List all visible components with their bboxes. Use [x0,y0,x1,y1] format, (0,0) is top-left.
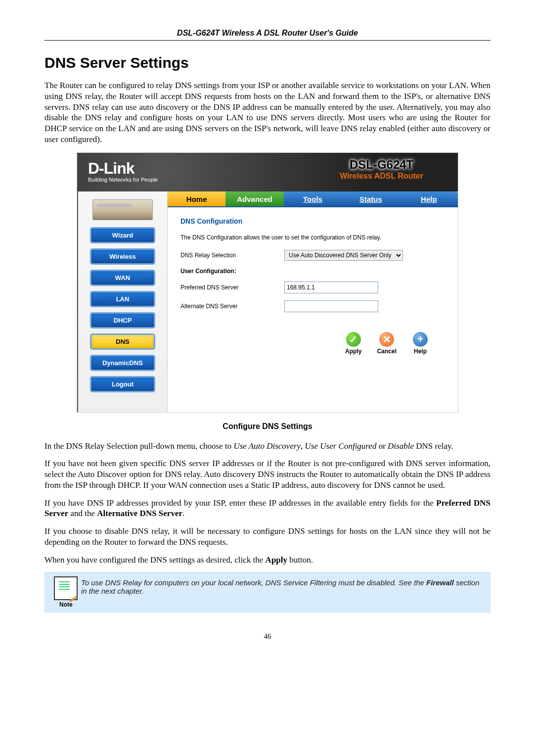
note-icon [54,576,78,600]
p1: In the DNS Relay Selection pull-down men… [44,441,490,452]
check-icon: ✓ [346,332,361,347]
note-callout: Note To use DNS Relay for computers on y… [44,572,490,613]
p5: When you have configured the DNS setting… [44,555,490,566]
p3: If you have DNS IP addresses provided by… [44,498,490,520]
device-model: DSL-G624T [340,158,423,172]
brand-logo: D-Link [88,161,158,176]
router-screenshot: D-Link Building Networks for People DSL-… [77,153,458,412]
pref-dns-label: Preferred DNS Server [180,284,284,291]
cancel-button[interactable]: ✕ Cancel [372,332,401,355]
alt-dns-input[interactable] [284,300,378,312]
device-subtitle: Wireless ADSL Router [340,172,423,181]
brand-tagline: Building Networks for People [88,177,158,183]
tab-home[interactable]: Home [168,191,225,206]
p4: If you choose to disable DNS relay, it w… [44,526,490,548]
plus-icon: + [413,332,428,347]
sidebar-item-wan[interactable]: WAN [90,270,155,286]
relay-select[interactable]: Use Auto Discovered DNS Server Only [284,250,403,261]
sidebar-item-dynamicdns[interactable]: DynamicDNS [90,355,155,371]
apply-label: Apply [345,348,361,355]
sidebar-item-lan[interactable]: LAN [90,291,155,307]
sidebar-item-wizard[interactable]: Wizard [90,227,155,243]
sidebar-item-dns[interactable]: DNS [90,333,155,350]
shot-header: D-Link Building Networks for People DSL-… [77,153,458,191]
note-label: Note [51,601,81,608]
header-rule [44,40,490,41]
pref-dns-input[interactable] [284,282,378,293]
sidebar-item-wireless[interactable]: Wireless [90,248,155,265]
page-title: DNS Server Settings [44,54,490,71]
panel-desc: The DNS Configuration allows the user to… [180,234,445,241]
sidebar-item-dhcp[interactable]: DHCP [90,312,155,329]
page-number: 46 [44,632,490,641]
router-image [92,199,153,220]
tab-help[interactable]: Help [400,191,458,206]
figure-caption: Configure DNS Settings [44,422,490,431]
apply-button[interactable]: ✓ Apply [339,332,368,355]
doc-header: DSL-G624T Wireless A DSL Router User's G… [44,29,490,40]
tab-tools[interactable]: Tools [284,191,342,206]
sidebar-item-logout[interactable]: Logout [90,376,155,392]
panel-title: DNS Configuration [180,217,445,225]
relay-label: DNS Relay Selection [180,252,284,259]
sidebar: Wizard Wireless WAN LAN DHCP DNS Dynamic… [77,191,168,412]
help-label: Help [414,348,427,355]
user-config-label: User Configuration: [180,268,284,275]
alt-dns-label: Alternate DNS Server [180,303,284,310]
p2: If you have not been given specific DNS … [44,458,490,490]
help-button[interactable]: + Help [405,332,435,355]
tab-advanced[interactable]: Advanced [225,191,283,206]
tab-status[interactable]: Status [342,191,400,206]
x-icon: ✕ [379,332,394,347]
top-tabs: Home Advanced Tools Status Help [168,191,458,207]
note-text: To use DNS Relay for computers on your l… [81,576,484,595]
cancel-label: Cancel [377,348,397,355]
intro-paragraph: The Router can be configured to relay DN… [44,80,490,145]
